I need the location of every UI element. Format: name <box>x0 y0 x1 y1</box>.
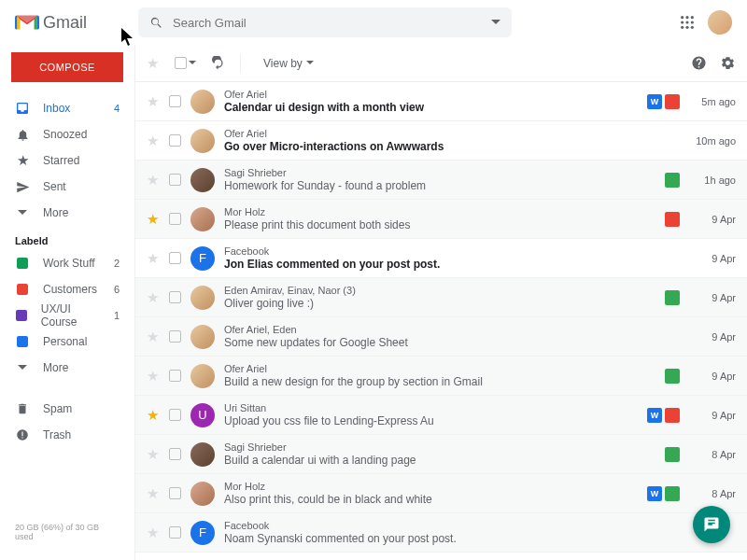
chevron-down-icon[interactable] <box>189 61 196 65</box>
email-time: 10m ago <box>689 135 736 147</box>
sender-name: Uri Sittan <box>224 402 638 414</box>
email-checkbox[interactable] <box>169 291 181 303</box>
email-row[interactable]: ★Sagi ShrieberBuild a calendar ui with a… <box>135 435 747 474</box>
nav-item-starred[interactable]: ★Starred <box>0 147 134 174</box>
email-checkbox[interactable] <box>169 448 181 460</box>
star-icon[interactable]: ★ <box>147 93 160 110</box>
email-row[interactable]: ★UUri SittanUpload you css file to Lendi… <box>135 396 747 435</box>
label-item-ux-ui-course[interactable]: UX/UI Course1 <box>0 302 134 329</box>
email-list: ★Ofer ArielCalendar ui design with a mon… <box>135 82 747 560</box>
attachments: W <box>647 486 680 501</box>
account-avatar[interactable] <box>708 10 732 35</box>
attachments <box>665 173 680 188</box>
nav-label: Customers <box>43 283 97 296</box>
email-checkbox[interactable] <box>169 370 181 382</box>
attachment-w-icon: W <box>647 94 662 109</box>
email-subject: Please print this document both sides <box>224 218 655 231</box>
help-icon[interactable] <box>691 55 707 71</box>
chat-fab[interactable] <box>693 506 730 543</box>
toolbar: ★ View by <box>135 45 747 82</box>
nav-item-snoozed[interactable]: Snoozed <box>0 121 134 147</box>
nav-item-trash[interactable]: Trash <box>0 422 134 448</box>
label-item-personal[interactable]: Personal <box>0 329 134 355</box>
email-checkbox[interactable] <box>169 526 181 539</box>
email-row[interactable]: ★Ofer ArielCalendar ui design with a mon… <box>135 82 747 121</box>
compose-button[interactable]: COMPOSE <box>11 52 123 82</box>
select-all-checkbox[interactable] <box>175 57 187 69</box>
email-row[interactable]: ★Ofer ArielGo over Micro-interactions on… <box>135 121 747 161</box>
nav-item-inbox[interactable]: Inbox4 <box>0 95 134 121</box>
email-row[interactable]: ★Eden Amirav, Einav, Naor (3)Oliver goin… <box>135 278 747 317</box>
label-item-customers[interactable]: Customers6 <box>0 276 134 302</box>
email-row[interactable]: ★Ofer ArielBuild a new design for the gr… <box>135 357 747 396</box>
email-checkbox[interactable] <box>169 252 181 264</box>
label-item-more[interactable]: More <box>0 355 134 381</box>
sender-name: Eden Amirav, Einav, Naor (3) <box>224 285 655 297</box>
attachment-w-icon: W <box>647 408 662 423</box>
sender-avatar: U <box>190 403 215 427</box>
email-checkbox[interactable] <box>169 213 181 225</box>
chev-icon <box>15 364 30 371</box>
star-icon[interactable]: ★ <box>147 525 160 541</box>
email-row[interactable]: ★Ofer Ariel, EdenSome new updates for Go… <box>135 317 747 357</box>
gear-icon[interactable] <box>720 55 736 71</box>
apps-icon[interactable] <box>680 15 695 30</box>
nav-count: 1 <box>114 310 120 321</box>
email-row[interactable]: ★Mor HolzAlso print this, could be in bl… <box>135 474 747 513</box>
attachments <box>665 447 680 462</box>
email-checkbox[interactable] <box>169 134 181 147</box>
sender-name: Sagi Shrieber <box>224 441 655 454</box>
email-subject: Oliver going live :) <box>224 297 655 310</box>
nav-label: Personal <box>43 335 87 348</box>
email-row[interactable]: ★FFacebookNoam Synanski commented on you… <box>135 513 747 553</box>
star-icon[interactable]: ★ <box>147 172 160 189</box>
star-icon[interactable]: ★ <box>147 289 160 306</box>
trash-icon <box>15 402 30 415</box>
nav-item-spam[interactable]: Spam <box>0 396 134 422</box>
star-icon[interactable]: ★ <box>147 368 160 385</box>
email-checkbox[interactable] <box>169 174 181 186</box>
gmail-logo[interactable]: Gmail <box>15 13 127 33</box>
email-time: 9 Apr <box>689 331 736 343</box>
nav-item-sent[interactable]: Sent <box>0 174 134 200</box>
nav-label: Trash <box>43 428 71 441</box>
email-checkbox[interactable] <box>169 330 181 343</box>
nav-item-more[interactable]: More <box>0 200 134 226</box>
email-subject: Homework for Sunday - found a problem <box>224 179 655 192</box>
email-row[interactable]: ★Sagi ShrieberHomework for Sunday - foun… <box>135 161 747 200</box>
email-subject: Noam Synanski commented on your post pos… <box>224 532 670 545</box>
email-row[interactable]: ★Mor HolzPlease print this document both… <box>135 200 747 239</box>
refresh-icon[interactable] <box>211 56 225 70</box>
sender-name: Sagi Shrieber <box>224 167 655 179</box>
svg-point-7 <box>685 26 688 29</box>
star-icon[interactable]: ★ <box>147 407 160 424</box>
chevron-down-icon[interactable] <box>491 18 500 27</box>
email-checkbox[interactable] <box>169 95 181 107</box>
star-icon[interactable]: ★ <box>147 211 160 228</box>
svg-rect-10 <box>21 432 22 437</box>
attachments: W <box>647 408 680 423</box>
label-color-icon <box>15 284 30 295</box>
search-bar[interactable] <box>138 7 512 37</box>
nav-count: 6 <box>114 284 120 295</box>
label-item-work-stuff[interactable]: Work Stuff2 <box>0 250 134 276</box>
star-toggle[interactable]: ★ <box>147 55 160 72</box>
email-time: 1h ago <box>689 175 736 186</box>
view-by-dropdown[interactable]: View by <box>263 57 314 70</box>
sender-avatar <box>190 129 215 153</box>
email-row[interactable]: ★FFacebookJon Elias commented on your po… <box>135 239 747 278</box>
svg-point-6 <box>681 26 684 29</box>
email-subject: Build a new design for the group by sect… <box>224 375 655 388</box>
email-time: 9 Apr <box>689 292 736 303</box>
sender-name: Mor Holz <box>224 206 655 218</box>
sender-name: Facebook <box>224 245 670 258</box>
attachment-img-icon <box>665 369 680 384</box>
star-icon[interactable]: ★ <box>147 329 160 345</box>
email-checkbox[interactable] <box>169 487 181 499</box>
star-icon[interactable]: ★ <box>147 250 160 267</box>
search-input[interactable] <box>173 16 482 30</box>
email-checkbox[interactable] <box>169 409 181 421</box>
star-icon[interactable]: ★ <box>147 485 160 502</box>
star-icon[interactable]: ★ <box>147 446 160 463</box>
star-icon[interactable]: ★ <box>147 133 160 149</box>
